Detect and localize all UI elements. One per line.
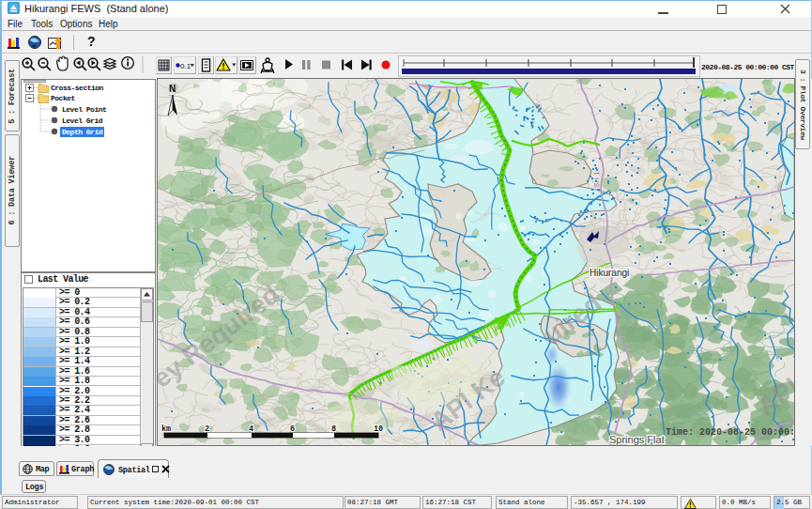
svg-text:Time: 2020-08-25 00:00:00 CST: Time: 2020-08-25 00:00:00 CST bbox=[666, 427, 794, 438]
svg-text:km: km bbox=[161, 424, 171, 434]
svg-text:6: 6 bbox=[290, 424, 295, 434]
svg-text:8: 8 bbox=[331, 424, 336, 434]
svg-text:4: 4 bbox=[249, 424, 253, 434]
svg-text:N: N bbox=[169, 84, 176, 94]
svg-text:Springs Flat: Springs Flat bbox=[609, 434, 665, 445]
svg-text:0.1: 0.1 bbox=[180, 62, 192, 70]
svg-text:Hikurangi: Hikurangi bbox=[590, 268, 629, 278]
svg-text:2: 2 bbox=[205, 424, 209, 434]
svg-text:10: 10 bbox=[374, 424, 383, 434]
svg-text:SH 1: SH 1 bbox=[592, 171, 601, 188]
